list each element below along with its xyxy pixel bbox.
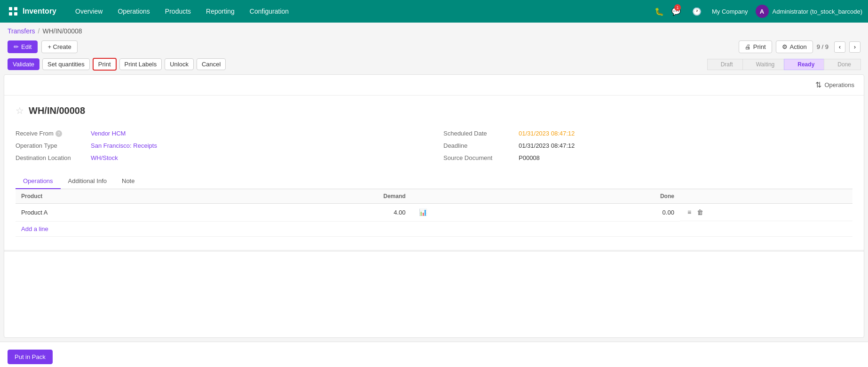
status-draft: Draft <box>707 59 743 70</box>
left-fields: Receive From ? Vendor HCM Operation Type… <box>16 128 425 164</box>
section-divider <box>4 250 864 252</box>
table-header-row: Product Demand Done <box>16 189 852 204</box>
col-header-demand: Demand <box>225 189 411 204</box>
source-document-label: Source Document <box>443 154 519 161</box>
record-counter: 9 / 9 <box>817 43 829 50</box>
row-forecast-cell: 📊 <box>411 204 539 222</box>
operations-toggle-row: ⇅ Operations <box>4 75 864 96</box>
cancel-button[interactable]: Cancel <box>197 58 226 70</box>
forecast-chart-icon[interactable]: 📊 <box>417 207 429 217</box>
top-navigation: Inventory Overview Operations Products R… <box>0 0 868 23</box>
menu-item-products[interactable]: Products <box>158 0 198 23</box>
operations-toggle-button[interactable]: ⇅ Operations <box>812 79 858 91</box>
cog-icon: ⚙ <box>782 43 788 50</box>
print-labels-button[interactable]: Print Labels <box>119 58 162 70</box>
menu-item-reporting[interactable]: Reporting <box>198 0 242 23</box>
svg-rect-2 <box>9 12 12 16</box>
svg-rect-1 <box>14 7 17 10</box>
col-header-actions <box>680 189 852 204</box>
row-row-actions: ≡ 🗑 <box>680 204 852 221</box>
clock-icon[interactable]: 🕐 <box>689 4 704 19</box>
svg-rect-0 <box>9 7 12 10</box>
deadline-label: Deadline <box>443 142 519 149</box>
scheduled-date-row: Scheduled Date 01/31/2023 08:47:12 <box>443 128 852 140</box>
set-quantities-button[interactable]: Set quantities <box>42 58 90 70</box>
scheduled-date-label: Scheduled Date <box>443 130 519 137</box>
destination-location-row: Destination Location WH/Stock <box>16 152 425 164</box>
record-toolbar: ✏ Edit + Create 🖨 Print ⚙ Action 9 / 9 ‹… <box>0 38 868 58</box>
detail-list-icon[interactable]: ≡ <box>686 207 693 217</box>
operation-type-label: Operation Type <box>16 142 91 149</box>
operations-table: Product Demand Done Product A 4.00 📊 0.0… <box>16 189 852 237</box>
tab-note[interactable]: Note <box>114 174 142 189</box>
operation-type-row: Operation Type San Francisco: Receipts <box>16 140 425 152</box>
unlock-button[interactable]: Unlock <box>165 58 194 70</box>
deadline-row: Deadline 01/31/2023 08:47:12 <box>443 140 852 152</box>
add-line-button[interactable]: Add a line <box>16 221 852 236</box>
row-done: 0.00 <box>539 204 680 222</box>
status-ready: Ready <box>784 59 824 70</box>
status-done: Done <box>824 59 861 70</box>
status-waiting: Waiting <box>742 59 785 70</box>
source-document-value: P00008 <box>519 154 540 161</box>
row-product: Product A <box>16 204 225 222</box>
receive-from-value[interactable]: Vendor HCM <box>91 130 126 137</box>
menu-item-overview[interactable]: Overview <box>68 0 110 23</box>
validate-button[interactable]: Validate <box>8 58 39 70</box>
menu-item-operations[interactable]: Operations <box>110 0 157 23</box>
form-fields: Receive From ? Vendor HCM Operation Type… <box>16 128 852 164</box>
app-name: Inventory <box>23 7 56 16</box>
message-badge: 1 <box>674 4 681 11</box>
edit-icon: ✏ <box>14 43 19 50</box>
record-title-row: ☆ WH/IN/00008 <box>16 105 852 116</box>
breadcrumb-separator: / <box>38 27 40 35</box>
username: Administrator (to_stock_barcode) <box>773 8 862 15</box>
breadcrumb-transfers[interactable]: Transfers <box>8 27 35 35</box>
record-tabs: Operations Additional Info Note <box>16 174 852 189</box>
company-name: My Company <box>712 8 748 15</box>
receive-from-row: Receive From ? Vendor HCM <box>16 128 425 140</box>
action-bar: Validate Set quantities Print Print Labe… <box>0 58 868 74</box>
menu-item-configuration[interactable]: Configuration <box>242 0 296 23</box>
prev-record-button[interactable]: ‹ <box>834 41 845 53</box>
receive-from-help-icon[interactable]: ? <box>55 130 62 137</box>
main-menu: Overview Operations Products Reporting C… <box>68 0 652 23</box>
right-fields: Scheduled Date 01/31/2023 08:47:12 Deadl… <box>443 128 852 164</box>
tab-operations[interactable]: Operations <box>16 174 61 189</box>
col-header-done: Done <box>539 189 680 204</box>
col-header-product: Product <box>16 189 225 204</box>
favorite-star-icon[interactable]: ☆ <box>16 105 24 116</box>
user-avatar: A <box>756 5 769 18</box>
receive-from-label: Receive From ? <box>16 130 91 137</box>
source-document-row: Source Document P00008 <box>443 152 852 164</box>
row-demand: 4.00 <box>225 204 411 222</box>
record-title: WH/IN/00008 <box>29 105 85 116</box>
print-icon: 🖨 <box>745 43 751 50</box>
bottom-bar: Put in Pack <box>0 342 868 367</box>
next-record-button[interactable]: › <box>849 41 860 53</box>
operation-type-value[interactable]: San Francisco: Receipts <box>91 142 157 149</box>
breadcrumb-current: WH/IN/00008 <box>43 27 82 35</box>
status-steps: Draft Waiting Ready Done <box>707 59 860 70</box>
form-area: ☆ WH/IN/00008 Receive From ? Vendor HCM … <box>4 96 864 246</box>
create-button[interactable]: + Create <box>41 40 77 53</box>
edit-button[interactable]: ✏ Edit <box>8 40 38 53</box>
grid-menu-icon[interactable] <box>6 4 21 19</box>
tab-additional-info[interactable]: Additional Info <box>61 174 114 189</box>
messages-icon[interactable]: 💬 1 <box>671 4 686 19</box>
print-button[interactable]: 🖨 Print <box>739 40 772 53</box>
add-line-row: Add a line <box>16 221 852 236</box>
bug-icon[interactable]: 🐛 <box>652 4 667 19</box>
destination-location-label: Destination Location <box>16 154 91 161</box>
breadcrumb: Transfers / WH/IN/00008 <box>0 23 868 38</box>
put-in-pack-button[interactable]: Put in Pack <box>8 350 53 364</box>
action-group: 🖨 Print ⚙ Action 9 / 9 ‹ › <box>739 40 860 53</box>
svg-rect-3 <box>14 12 17 16</box>
delete-row-icon[interactable]: 🗑 <box>695 207 705 217</box>
destination-location-value[interactable]: WH/Stock <box>91 154 118 161</box>
print-action-button[interactable]: Print <box>93 58 117 71</box>
top-right-actions: 🐛 💬 1 🕐 My Company A Administrator (to_s… <box>652 4 862 19</box>
deadline-value: 01/31/2023 08:47:12 <box>519 142 575 149</box>
table-row: Product A 4.00 📊 0.00 ≡ 🗑 <box>16 204 852 222</box>
action-button[interactable]: ⚙ Action <box>776 40 813 53</box>
